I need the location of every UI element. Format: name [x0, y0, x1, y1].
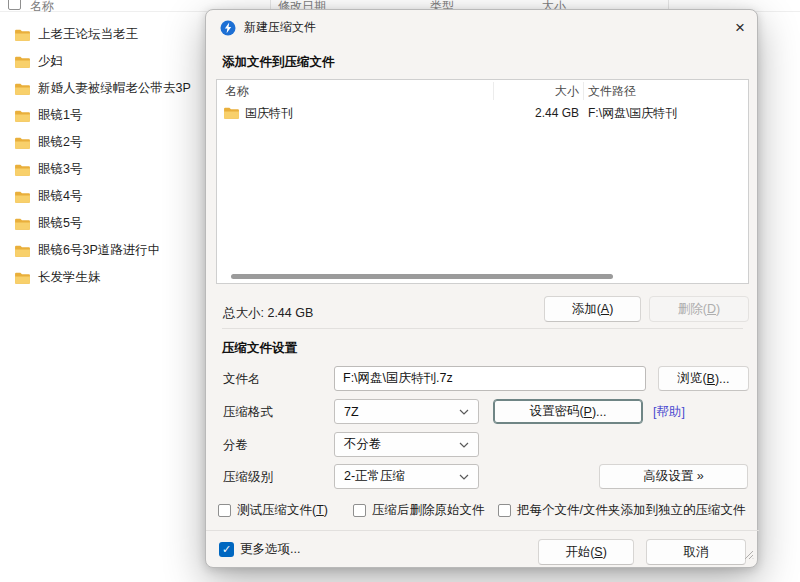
more-options-label: 更多选项...: [240, 541, 300, 558]
more-options-toggle[interactable]: ✓ 更多选项...: [219, 541, 300, 558]
level-label: 压缩级别: [223, 469, 273, 486]
dialog-title: 新建压缩文件: [244, 19, 316, 36]
cancel-button[interactable]: 取消: [646, 539, 746, 565]
folder-icon: [14, 163, 31, 177]
list-header-path[interactable]: 文件路径: [588, 80, 738, 102]
section-divider: [222, 328, 743, 329]
folder-icon: [14, 244, 31, 258]
checkbox[interactable]: [498, 504, 511, 517]
checkbox[interactable]: [353, 504, 366, 517]
button-mnemonic: P: [584, 405, 592, 419]
chevron-down-icon: [459, 409, 469, 415]
dropdown-value: 不分卷: [344, 436, 382, 453]
volume-label: 分卷: [223, 437, 248, 454]
list-header-name[interactable]: 名称: [225, 80, 485, 102]
folder-icon: [223, 106, 240, 120]
button-mnemonic: A: [601, 302, 609, 316]
folder-name: 眼镜3号: [38, 161, 82, 178]
button-label: )...: [715, 372, 730, 386]
button-label: ): [603, 545, 607, 559]
browse-button[interactable]: 浏览(B)...: [658, 366, 749, 391]
filename-label: 文件名: [223, 371, 261, 388]
folder-name: 眼镜1号: [38, 107, 82, 124]
button-label: ): [609, 302, 613, 316]
column-separator: [493, 82, 494, 100]
button-label: 删除(: [678, 301, 707, 318]
folder-name: 新婚人妻被绿帽老公带去3P: [38, 80, 191, 97]
chevron-down-icon: [459, 442, 469, 448]
option-label: 把每个文件/文件夹添加到独立的压缩文件: [517, 502, 745, 519]
add-section-heading: 添加文件到压缩文件: [222, 54, 335, 71]
folder-icon: [14, 136, 31, 150]
column-separator: [583, 82, 584, 100]
list-item[interactable]: 眼镜4号: [0, 183, 200, 210]
checkbox[interactable]: [218, 504, 231, 517]
option-label: 测试压缩文件(: [237, 503, 316, 517]
list-item[interactable]: 眼镜5号: [0, 210, 200, 237]
set-password-button[interactable]: 设置密码(P)...: [493, 399, 643, 424]
list-item[interactable]: 少妇: [0, 48, 200, 75]
list-item[interactable]: 眼镜2号: [0, 129, 200, 156]
option-mnemonic: T: [316, 503, 324, 517]
app-icon: [220, 20, 236, 36]
folder-name: 少妇: [38, 53, 63, 70]
dialog-titlebar: 新建压缩文件: [220, 19, 316, 36]
folder-icon: [14, 28, 31, 42]
help-link[interactable]: [帮助]: [653, 404, 685, 421]
select-all-checkbox[interactable]: [8, 0, 21, 10]
row-size: 2.44 GB: [479, 102, 579, 124]
list-item[interactable]: 眼镜1号: [0, 102, 200, 129]
list-item[interactable]: 新婚人妻被绿帽老公带去3P: [0, 75, 200, 102]
add-button[interactable]: 添加(A): [544, 296, 641, 322]
format-dropdown[interactable]: 7Z: [334, 399, 479, 424]
total-size-label: 总大小: 2.44 GB: [223, 305, 313, 322]
folder-name: 眼镜5号: [38, 215, 82, 232]
button-label: )...: [592, 405, 607, 419]
start-button[interactable]: 开始(S): [538, 539, 634, 565]
horizontal-scrollbar[interactable]: [231, 274, 613, 279]
close-icon[interactable]: ×: [728, 16, 752, 40]
settings-section-heading: 压缩文件设置: [222, 340, 297, 357]
level-dropdown[interactable]: 2-正常压缩: [334, 464, 479, 489]
button-mnemonic: D: [707, 302, 716, 316]
list-header-size[interactable]: 大小: [479, 80, 579, 102]
delete-button: 删除(D): [649, 296, 749, 322]
button-label: 添加(: [572, 301, 601, 318]
button-label: 设置密码(: [529, 403, 583, 420]
row-path: F:\网盘\国庆特刊: [588, 102, 748, 124]
option-label: ): [324, 503, 328, 517]
folder-icon: [14, 217, 31, 231]
column-header-name[interactable]: 名称: [30, 0, 54, 15]
checked-checkbox[interactable]: ✓: [219, 542, 234, 557]
check-icon: ✓: [222, 543, 231, 556]
folder-name: 眼镜6号3P道路进行中: [38, 242, 160, 259]
folder-name: 上老王论坛当老王: [38, 26, 138, 43]
chevron-down-icon: [459, 474, 469, 480]
resize-grip[interactable]: [744, 546, 754, 564]
dropdown-value: 2-正常压缩: [344, 468, 405, 485]
folder-icon: [14, 271, 31, 285]
button-mnemonic: B: [707, 372, 715, 386]
list-item[interactable]: 上老王论坛当老王: [0, 21, 200, 48]
button-label: 开始(: [565, 544, 594, 561]
list-item[interactable]: 眼镜6号3P道路进行中: [0, 237, 200, 264]
option-separate-archives[interactable]: 把每个文件/文件夹添加到独立的压缩文件: [498, 502, 745, 519]
volume-dropdown[interactable]: 不分卷: [334, 432, 479, 457]
folder-name: 长发学生妹: [38, 269, 101, 286]
option-test-archive[interactable]: 测试压缩文件(T): [218, 502, 328, 519]
list-item[interactable]: 眼镜3号: [0, 156, 200, 183]
filename-input[interactable]: F:\网盘\国庆特刊.7z: [334, 366, 646, 391]
option-delete-original[interactable]: 压缩后删除原始文件: [353, 502, 485, 519]
folder-icon: [14, 190, 31, 204]
folder-icon: [14, 82, 31, 96]
archive-file-list[interactable]: 名称 大小 文件路径 国庆特刊 2.44 GB F:\网盘\国庆特刊: [216, 79, 749, 284]
table-row[interactable]: 国庆特刊: [223, 102, 483, 124]
footer-divider: [206, 530, 759, 531]
format-label: 压缩格式: [223, 404, 273, 421]
button-mnemonic: S: [594, 545, 602, 559]
list-item[interactable]: 长发学生妹: [0, 264, 200, 291]
folder-name: 眼镜2号: [38, 134, 82, 151]
dropdown-value: 7Z: [344, 405, 359, 419]
advanced-settings-button[interactable]: 高级设置 »: [599, 464, 748, 489]
row-name: 国庆特刊: [245, 105, 293, 122]
